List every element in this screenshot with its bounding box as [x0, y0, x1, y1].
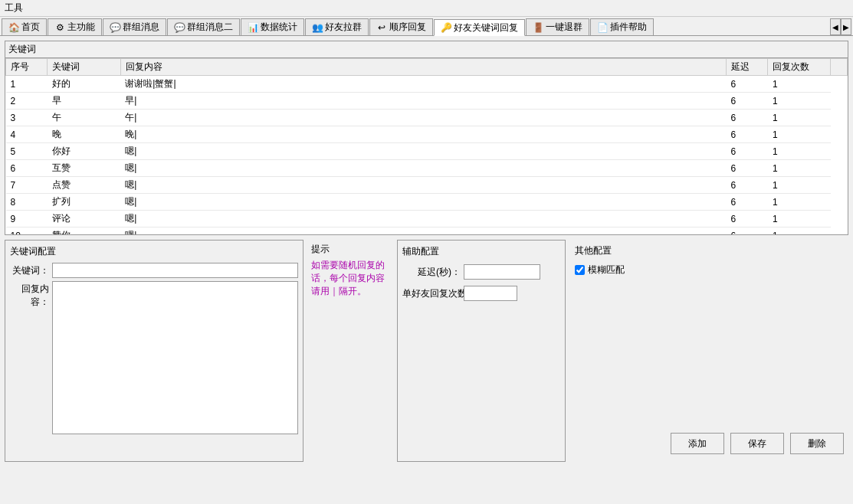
col-header-no: 序号: [6, 59, 48, 76]
tab-home[interactable]: 🏠 首页: [2, 18, 47, 35]
table-row[interactable]: 2 早 早| 6 1: [6, 93, 848, 110]
cell-no: 3: [6, 110, 48, 126]
col-header-delay: 延迟: [726, 59, 767, 76]
keywords-section: 关键词 序号 关键词 回复内容 延迟 回复次数 1 好的 谢谢啦|蟹蟹| 6: [5, 41, 848, 235]
table-row[interactable]: 10 赞你 嗯| 6 1: [6, 227, 848, 235]
order-reply-icon: ↩: [376, 22, 387, 33]
data-stats-icon: 📊: [248, 22, 258, 33]
table-row[interactable]: 7 点赞 嗯| 6 1: [6, 177, 848, 194]
save-button[interactable]: 保存: [730, 433, 784, 454]
hint-text: 如需要随机回复的话，每个回复内容请用｜隔开。: [311, 259, 389, 297]
reply-label: 回复内容：: [10, 281, 52, 309]
table-row[interactable]: 1 好的 谢谢啦|蟹蟹| 6 1: [6, 76, 848, 93]
cell-keyword: 赞你: [48, 227, 120, 235]
tab-exit-group[interactable]: 🚪 一键退群: [526, 18, 589, 35]
tab-order-reply[interactable]: ↩ 顺序回复: [369, 18, 433, 35]
cell-delay: 6: [726, 76, 767, 93]
func-icon: ⚙: [54, 22, 65, 33]
delay-row: 延迟(秒)：: [402, 264, 560, 280]
cell-delay: 6: [726, 143, 767, 160]
bottom-wrapper: 关键词配置 关键词： 回复内容： 提示 如需要随机回复的话，每个回复内容请用｜隔…: [5, 240, 848, 462]
reply-textarea[interactable]: [52, 281, 298, 434]
cell-keyword: 评论: [48, 211, 120, 227]
delete-button[interactable]: 删除: [790, 433, 844, 454]
tab-order-reply-label: 顺序回复: [389, 21, 426, 34]
cell-keyword: 你好: [48, 143, 120, 160]
group-msg2-icon: 💬: [174, 22, 185, 33]
nav-left-arrow[interactable]: ◀: [830, 18, 841, 35]
cell-keyword: 晚: [48, 126, 120, 143]
tab-group-msg-label: 群组消息: [123, 21, 159, 34]
home-icon: 🏠: [8, 22, 19, 33]
tab-plugin-help-label: 插件帮助: [610, 21, 647, 34]
col-header-keyword: 关键词: [48, 59, 120, 76]
tab-exit-group-label: 一键退群: [546, 21, 582, 34]
keyword-row: 关键词：: [10, 263, 298, 278]
keywords-table-container[interactable]: 序号 关键词 回复内容 延迟 回复次数 1 好的 谢谢啦|蟹蟹| 6 1 2 早…: [5, 58, 848, 234]
plugin-help-icon: 📄: [597, 22, 608, 33]
other-config-panel: 其他配置 模糊匹配: [570, 240, 848, 462]
hint-title: 提示: [311, 243, 389, 256]
cell-reply: 嗯|: [120, 227, 726, 235]
cell-reply: 早|: [120, 93, 726, 110]
cell-delay: 6: [726, 110, 767, 126]
cell-no: 4: [6, 126, 48, 143]
cell-keyword: 互赞: [48, 160, 120, 177]
cell-count: 1: [768, 76, 831, 93]
tab-group-msg2[interactable]: 💬 群组消息二: [167, 18, 240, 35]
add-button[interactable]: 添加: [671, 433, 724, 454]
cell-count: 1: [768, 227, 831, 235]
cell-count: 1: [768, 160, 831, 177]
cell-count: 1: [768, 93, 831, 110]
col-header-scroll: [831, 59, 848, 76]
exit-group-icon: 🚪: [533, 22, 543, 33]
reply-row: 回复内容：: [10, 281, 298, 434]
cell-no: 9: [6, 211, 48, 227]
cell-count: 1: [768, 194, 831, 211]
tab-data-stats[interactable]: 📊 数据统计: [241, 18, 304, 35]
nav-right-arrow[interactable]: ▶: [841, 18, 851, 35]
title-text: 工具: [5, 2, 23, 13]
single-reply-input[interactable]: [464, 286, 517, 301]
tab-keyword-reply[interactable]: 🔑 好友关键词回复: [434, 19, 525, 36]
table-row[interactable]: 4 晚 晚| 6 1: [6, 126, 848, 143]
fuzzy-match-checkbox[interactable]: [575, 265, 585, 275]
tab-main-func-label: 主功能: [67, 21, 95, 34]
table-row[interactable]: 8 扩列 嗯| 6 1: [6, 194, 848, 211]
cell-delay: 6: [726, 227, 767, 235]
bottom-section: 关键词配置 关键词： 回复内容： 提示 如需要随机回复的话，每个回复内容请用｜隔…: [5, 240, 848, 462]
keywords-section-label: 关键词: [5, 41, 848, 58]
tab-main-func[interactable]: ⚙ 主功能: [48, 18, 102, 35]
title-bar: 工具: [0, 0, 853, 17]
hint-section: 提示 如需要随机回复的话，每个回复内容请用｜隔开。: [308, 240, 392, 462]
cell-delay: 6: [726, 160, 767, 177]
cell-no: 6: [6, 160, 48, 177]
keyword-input[interactable]: [52, 263, 298, 278]
cell-count: 1: [768, 177, 831, 194]
table-row[interactable]: 6 互赞 嗯| 6 1: [6, 160, 848, 177]
tab-plugin-help[interactable]: 📄 插件帮助: [590, 18, 654, 35]
tab-group-msg[interactable]: 💬 群组消息: [103, 18, 166, 35]
tab-friend-pull[interactable]: 👥 好友拉群: [305, 18, 369, 35]
table-row[interactable]: 3 午 午| 6 1: [6, 110, 848, 126]
cell-count: 1: [768, 211, 831, 227]
cell-no: 8: [6, 194, 48, 211]
col-header-reply: 回复内容: [120, 59, 726, 76]
cell-delay: 6: [726, 211, 767, 227]
keyword-reply-icon: 🔑: [441, 22, 451, 33]
tab-group-msg2-label: 群组消息二: [187, 21, 233, 34]
cell-no: 10: [6, 227, 48, 235]
cell-reply: 午|: [120, 110, 726, 126]
other-config-title: 其他配置: [575, 244, 844, 257]
tab-bar: 🏠 首页 ⚙ 主功能 💬 群组消息 💬 群组消息二 📊 数据统计 👥 好友拉群 …: [0, 17, 853, 36]
delay-input[interactable]: [464, 264, 540, 280]
tab-home-label: 首页: [21, 21, 40, 34]
cell-keyword: 早: [48, 93, 120, 110]
cell-reply: 谢谢啦|蟹蟹|: [120, 76, 726, 93]
cell-reply: 嗯|: [120, 211, 726, 227]
cell-count: 1: [768, 126, 831, 143]
table-row[interactable]: 5 你好 嗯| 6 1: [6, 143, 848, 160]
single-reply-row: 单好友回复次数：: [402, 286, 560, 301]
table-row[interactable]: 9 评论 嗯| 6 1: [6, 211, 848, 227]
cell-count: 1: [768, 143, 831, 160]
